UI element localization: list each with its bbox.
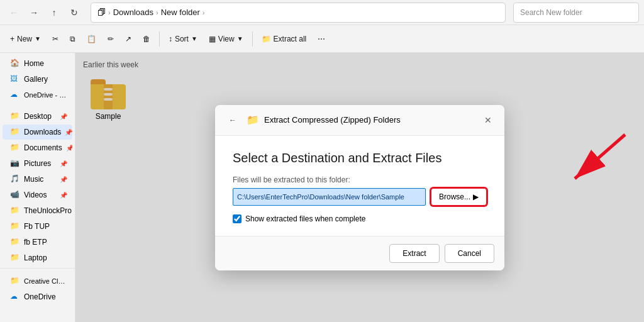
sidebar-item-fbetp[interactable]: 📁 fb ETP bbox=[3, 235, 72, 250]
sidebar-label-theunlockpro: TheUnlockPro bbox=[24, 206, 72, 215]
extract-all-icon: 📁 bbox=[262, 35, 271, 43]
share-icon: ↗ bbox=[125, 35, 131, 43]
refresh-button[interactable]: ↻ bbox=[65, 4, 83, 21]
extract-path-input[interactable] bbox=[233, 188, 426, 206]
show-files-checkbox[interactable] bbox=[233, 214, 242, 223]
sidebar-item-videos[interactable]: 📹 Videos 📌 bbox=[3, 187, 72, 203]
sidebar-label-documents: Documents bbox=[24, 143, 62, 152]
breadcrumb-sep-2: › bbox=[156, 9, 158, 16]
sidebar-item-downloads[interactable]: 📁 Downloads 📌 bbox=[3, 125, 72, 140]
downloads-pin: 📌 bbox=[65, 129, 72, 136]
browse-label: Browse... bbox=[439, 192, 470, 201]
breadcrumb-downloads[interactable]: Downloads bbox=[113, 8, 153, 17]
gallery-icon: 🖼 bbox=[10, 74, 20, 84]
extract-dialog: ← 📁 Extract Compressed (Zipped) Folders … bbox=[215, 105, 504, 270]
dialog-footer: Extract Cancel bbox=[215, 236, 504, 270]
home-icon: 🏠 bbox=[10, 58, 20, 69]
breadcrumb-item-1: 🗍 bbox=[97, 8, 106, 17]
view-button[interactable]: ▦ View ▼ bbox=[204, 29, 248, 49]
breadcrumb[interactable]: 🗍 › Downloads › New folder › bbox=[91, 3, 506, 23]
more-button[interactable]: ⋯ bbox=[313, 29, 330, 49]
breadcrumb-newfolder[interactable]: New folder bbox=[161, 8, 200, 17]
documents-pin: 📌 bbox=[66, 145, 72, 152]
view-label: View bbox=[218, 35, 235, 43]
show-files-row: Show extracted files when complete bbox=[233, 214, 487, 223]
red-arrow-annotation bbox=[537, 122, 638, 197]
sidebar-item-home[interactable]: 🏠 Home bbox=[3, 56, 72, 71]
paste-icon: 📋 bbox=[87, 35, 96, 43]
dialog-back-button[interactable]: ← bbox=[224, 111, 242, 129]
sidebar-item-laptop[interactable]: 📁 Laptop bbox=[3, 250, 72, 265]
dialog-overlay: ← 📁 Extract Compressed (Zipped) Folders … bbox=[75, 53, 644, 322]
show-files-label[interactable]: Show extracted files when complete bbox=[245, 214, 365, 223]
extract-button[interactable]: Extract bbox=[389, 244, 439, 263]
view-dropdown-icon: ▼ bbox=[237, 35, 243, 42]
search-box[interactable]: Search New folder bbox=[513, 3, 639, 23]
titlebar: ← → ↑ ↻ 🗍 › Downloads › New folder › Sea… bbox=[0, 0, 644, 25]
desktop-icon: 📁 bbox=[10, 111, 20, 121]
sidebar-item-onedrive2[interactable]: ☁ OneDrive bbox=[3, 289, 72, 304]
new-button[interactable]: + New ▼ bbox=[5, 29, 46, 49]
delete-button[interactable]: 🗑 bbox=[138, 29, 155, 49]
fbtup-icon: 📁 bbox=[10, 221, 20, 231]
sidebar-item-desktop[interactable]: 📁 Desktop 📌 bbox=[3, 109, 72, 124]
sidebar-label-pictures: Pictures bbox=[24, 159, 51, 168]
new-dropdown-icon: ▼ bbox=[35, 35, 41, 42]
delete-icon: 🗑 bbox=[143, 35, 150, 43]
copy-button[interactable]: ⧉ bbox=[65, 29, 80, 49]
dialog-sublabel: Files will be extracted to this folder: bbox=[233, 175, 487, 184]
sidebar-item-gallery[interactable]: 🖼 Gallery bbox=[3, 72, 72, 87]
music-icon: 🎵 bbox=[10, 174, 20, 184]
pictures-pin: 📌 bbox=[60, 160, 67, 167]
pictures-icon: 📷 bbox=[10, 158, 20, 169]
sidebar-item-pictures[interactable]: 📷 Pictures 📌 bbox=[3, 156, 72, 171]
downloads-icon: 📁 bbox=[10, 127, 20, 137]
extract-all-button[interactable]: 📁 Extract all bbox=[257, 29, 312, 49]
sidebar: 🏠 Home 🖼 Gallery ☁ OneDrive - Perso 📁 De… bbox=[0, 53, 75, 322]
cut-button[interactable]: ✂ bbox=[47, 29, 64, 49]
up-button[interactable]: ↑ bbox=[45, 4, 63, 21]
desktop-pin: 📌 bbox=[60, 113, 67, 120]
sort-button[interactable]: ↕ Sort ▼ bbox=[164, 29, 203, 49]
cancel-button[interactable]: Cancel bbox=[445, 244, 494, 263]
browse-button[interactable]: Browse... ▶ bbox=[431, 188, 487, 206]
documents-icon: 📁 bbox=[10, 143, 20, 153]
new-label: New bbox=[17, 35, 32, 43]
paste-button[interactable]: 📋 bbox=[82, 29, 101, 49]
sidebar-item-fbtup[interactable]: 📁 Fb TUP bbox=[3, 219, 72, 234]
toolbar: + New ▼ ✂ ⧉ 📋 ✏ ↗ 🗑 ↕ Sort ▼ ▦ View ▼ 📁 … bbox=[0, 25, 644, 53]
main-container: 🏠 Home 🖼 Gallery ☁ OneDrive - Perso 📁 De… bbox=[0, 53, 644, 322]
sidebar-label-fbetp: fb ETP bbox=[24, 238, 47, 247]
dialog-close-button[interactable]: ✕ bbox=[480, 113, 496, 128]
sidebar-label-desktop: Desktop bbox=[24, 112, 52, 121]
sidebar-item-onedrive[interactable]: ☁ OneDrive - Perso bbox=[3, 87, 72, 103]
toolbar-divider-1 bbox=[159, 31, 160, 47]
extract-all-label: Extract all bbox=[274, 35, 307, 43]
sidebar-item-documents[interactable]: 📁 Documents 📌 bbox=[3, 140, 72, 155]
sort-dropdown-icon: ▼ bbox=[191, 35, 197, 42]
share-button[interactable]: ↗ bbox=[120, 29, 136, 49]
onedrive2-icon: ☁ bbox=[10, 292, 20, 302]
laptop-icon: 📁 bbox=[10, 253, 20, 263]
dialog-body: Select a Destination and Extract Files F… bbox=[215, 136, 504, 236]
toolbar-divider-2 bbox=[252, 31, 253, 47]
sidebar-item-music[interactable]: 🎵 Music 📌 bbox=[3, 172, 72, 187]
dialog-titlebar: ← 📁 Extract Compressed (Zipped) Folders … bbox=[215, 105, 504, 136]
rename-icon: ✏ bbox=[108, 35, 114, 43]
sidebar-label-home: Home bbox=[24, 59, 44, 68]
sidebar-item-creativecloud[interactable]: 📁 Creative Cloud F bbox=[3, 274, 72, 289]
rename-button[interactable]: ✏ bbox=[103, 29, 119, 49]
dialog-heading: Select a Destination and Extract Files bbox=[233, 151, 487, 165]
onedrive-icon: ☁ bbox=[10, 90, 20, 100]
view-icon: ▦ bbox=[209, 35, 216, 43]
forward-button[interactable]: → bbox=[25, 4, 43, 21]
dialog-folder-icon: 📁 bbox=[247, 114, 259, 126]
more-icon: ⋯ bbox=[318, 35, 325, 43]
sidebar-label-gallery: Gallery bbox=[24, 75, 48, 84]
sidebar-label-fbtup: Fb TUP bbox=[24, 222, 50, 231]
sidebar-item-theunlockpro[interactable]: 📁 TheUnlockPro bbox=[3, 203, 72, 218]
new-icon: + bbox=[10, 35, 14, 43]
videos-pin: 📌 bbox=[60, 192, 67, 199]
breadcrumb-sep-3: › bbox=[203, 9, 205, 16]
back-button[interactable]: ← bbox=[5, 4, 23, 21]
